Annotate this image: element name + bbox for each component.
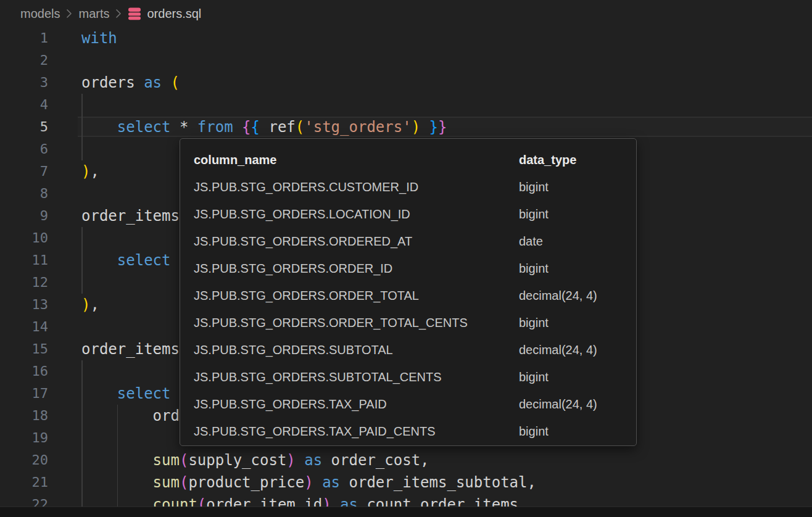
data-type-cell: decimal(24, 4) xyxy=(519,289,636,303)
line-number: 20 xyxy=(0,449,48,471)
code-token: select xyxy=(117,252,171,269)
data-type-cell: bigint xyxy=(519,370,636,384)
table-row: JS.PUB.STG_ORDERS.TAX_PAIDdecimal(24, 4) xyxy=(194,391,636,418)
hover-table-header-column-name: column_name xyxy=(194,153,519,167)
code-line: 1with xyxy=(0,27,812,49)
code-token: order_items xyxy=(81,207,180,225)
data-type-cell: bigint xyxy=(519,262,636,276)
indent-spaces xyxy=(81,252,117,269)
table-row: JS.PUB.STG_ORDERS.SUBTOTAL_CENTSbigint xyxy=(194,363,636,391)
code-line-content[interactable]: ), xyxy=(81,160,99,183)
line-number: 16 xyxy=(0,360,48,383)
table-row: JS.PUB.STG_ORDERS.TAX_PAID_CENTSbigint xyxy=(194,418,636,445)
code-token: } xyxy=(429,118,438,136)
line-number: 10 xyxy=(0,227,48,249)
line-number: 1 xyxy=(0,27,48,49)
code-token: ( xyxy=(296,118,304,136)
code-token: ( xyxy=(180,474,188,491)
data-type-cell: bigint xyxy=(519,316,636,330)
code-token: { xyxy=(242,118,251,136)
code-token: as xyxy=(296,452,331,469)
line-number: 19 xyxy=(0,427,48,449)
code-token: ord xyxy=(153,407,180,424)
code-token: as xyxy=(313,474,349,491)
line-number: 6 xyxy=(0,138,48,160)
data-type-cell: date xyxy=(519,234,636,249)
code-token: ) xyxy=(81,163,90,180)
data-type-cell: bigint xyxy=(519,424,636,439)
code-token: order_cost, xyxy=(331,452,429,469)
code-line-content[interactable]: ), xyxy=(81,294,99,316)
code-line: 5 select * from {{ ref('stg_orders') }} xyxy=(0,116,812,138)
column-name-cell: JS.PUB.STG_ORDERS.ORDER_ID xyxy=(194,262,519,276)
breadcrumb-item-file[interactable]: orders.sql xyxy=(147,7,201,21)
code-line-content[interactable]: sum(supply_cost) as order_cost, xyxy=(81,449,429,471)
code-token: ) xyxy=(412,118,420,136)
indent-guide xyxy=(81,427,83,449)
code-token: order_items_subtotal, xyxy=(349,474,536,491)
breadcrumb-item-models[interactable]: models xyxy=(20,7,60,21)
column-name-cell: JS.PUB.STG_ORDERS.ORDER_TOTAL xyxy=(194,289,519,303)
table-row: JS.PUB.STG_ORDERS.ORDER_TOTALdecimal(24,… xyxy=(194,282,636,309)
indent-spaces xyxy=(81,474,153,491)
column-name-cell: JS.PUB.STG_ORDERS.SUBTOTAL_CENTS xyxy=(194,370,519,384)
table-row: JS.PUB.STG_ORDERS.CUSTOMER_IDbigint xyxy=(194,173,636,201)
code-line-content[interactable]: select xyxy=(81,383,171,405)
code-token: from xyxy=(197,118,242,136)
code-line: 3orders as ( xyxy=(0,72,812,94)
indent-guide xyxy=(81,360,83,383)
code-line-content[interactable]: order_items xyxy=(81,338,180,360)
indent-guide xyxy=(81,138,83,160)
code-token: ( xyxy=(171,74,180,91)
code-token: supply_cost xyxy=(188,452,286,469)
column-name-cell: JS.PUB.STG_ORDERS.ORDERED_AT xyxy=(194,234,519,249)
code-token: as xyxy=(144,74,170,91)
hover-popup: column_namedata_typeJS.PUB.STG_ORDERS.CU… xyxy=(180,138,637,446)
table-row: JS.PUB.STG_ORDERS.SUBTOTALdecimal(24, 4) xyxy=(194,336,636,363)
line-number: 18 xyxy=(0,405,48,427)
code-token: , xyxy=(90,296,99,313)
code-line-content[interactable]: select xyxy=(81,249,171,271)
code-line: 2 xyxy=(0,49,812,72)
column-name-cell: JS.PUB.STG_ORDERS.TAX_PAID xyxy=(194,397,519,412)
breadcrumb-item-marts[interactable]: marts xyxy=(78,7,109,21)
code-token: , xyxy=(90,163,99,180)
code-line-content[interactable]: sum(product_price) as order_items_subtot… xyxy=(81,471,536,494)
code-token: orders xyxy=(81,74,144,91)
line-number: 8 xyxy=(0,183,48,205)
line-number: 9 xyxy=(0,205,48,227)
hover-table-header-row: column_namedata_type xyxy=(194,146,636,173)
line-number: 15 xyxy=(0,338,48,360)
code-token: with xyxy=(81,30,117,47)
indent-guide xyxy=(81,94,83,116)
code-token: { xyxy=(251,118,260,136)
code-line: 20 sum(supply_cost) as order_cost, xyxy=(0,449,812,471)
data-type-cell: bigint xyxy=(519,180,636,194)
line-number: 3 xyxy=(0,72,48,94)
column-name-cell: JS.PUB.STG_ORDERS.SUBTOTAL xyxy=(194,343,519,357)
code-line-content[interactable]: select * from {{ ref('stg_orders') }} xyxy=(81,116,447,138)
table-row: JS.PUB.STG_ORDERS.ORDERED_ATdate xyxy=(194,228,636,255)
code-token: ) xyxy=(304,474,313,491)
indent-spaces xyxy=(81,118,117,136)
line-number: 4 xyxy=(0,94,48,116)
line-number: 14 xyxy=(0,316,48,338)
code-line: 21 sum(product_price) as order_items_sub… xyxy=(0,471,812,494)
indent-spaces xyxy=(81,452,153,469)
indent-guide xyxy=(117,427,118,449)
panel-divider xyxy=(0,507,812,517)
line-number: 2 xyxy=(0,49,48,72)
code-token: 'stg_orders' xyxy=(304,118,411,136)
code-line-content[interactable]: with xyxy=(81,27,117,49)
code-line-content[interactable]: order_items xyxy=(81,205,180,227)
code-line: 4 xyxy=(0,94,812,116)
line-number: 13 xyxy=(0,294,48,316)
data-type-cell: decimal(24, 4) xyxy=(519,343,636,357)
code-token: * xyxy=(180,118,197,136)
code-token: ( xyxy=(180,452,188,469)
data-type-cell: bigint xyxy=(519,207,636,221)
code-line-content[interactable]: ord xyxy=(81,405,180,427)
code-line-content[interactable]: orders as ( xyxy=(81,72,180,94)
line-number: 12 xyxy=(0,271,48,294)
table-row: JS.PUB.STG_ORDERS.LOCATION_IDbigint xyxy=(194,201,636,228)
